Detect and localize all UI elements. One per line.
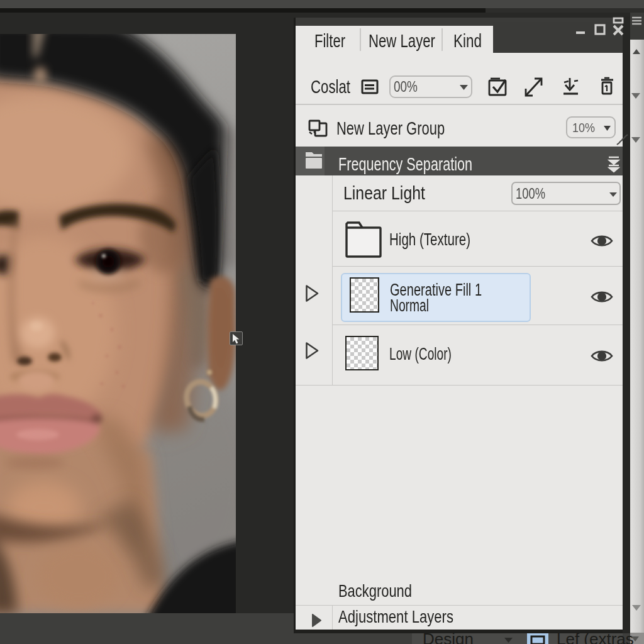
svg-text:Lef (extras: Lef (extras <box>557 630 634 644</box>
svg-text:Design: Design <box>423 630 474 644</box>
